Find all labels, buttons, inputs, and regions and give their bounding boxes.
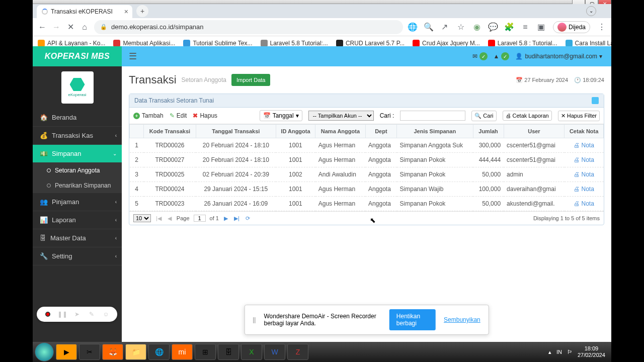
taskbar-firefox[interactable]: 🦊 [102, 344, 123, 360]
bookmark-star-icon[interactable]: ☆ [456, 23, 465, 32]
translate-icon[interactable]: 🌐 [408, 23, 417, 32]
sidebar-item-db[interactable]: 🗄Master Data‹ [33, 229, 122, 247]
table-row[interactable]: 2 TRD00027 20 Februari 2024 - 18:10 1001… [130, 153, 604, 167]
sidebar-item-home[interactable]: 🏠Beranda [33, 109, 122, 127]
clear-filter-button[interactable]: ✕Hapus Filter [558, 111, 600, 121]
start-button[interactable] [35, 342, 54, 361]
sidebar-item-report[interactable]: 📊Laporan‹ [33, 211, 122, 229]
column-header[interactable]: Jenis Simpanan [397, 125, 473, 138]
table-row[interactable]: 1 TRD00026 20 Februari 2024 - 18:10 1001… [130, 138, 604, 153]
record-icon[interactable] [44, 310, 52, 318]
bookmark-item[interactable]: Laravel 5.8 Tutorial:... [261, 40, 328, 47]
column-header[interactable]: Nama Anggota [315, 125, 365, 138]
menu-button[interactable]: ⋮ [597, 23, 606, 32]
next-page[interactable]: ▶ [223, 215, 229, 222]
tray-arrow[interactable]: ▴ [548, 349, 551, 355]
address-bar[interactable]: 🔒 demo.ekoperasi.co.id/simpanan [94, 20, 403, 34]
menu-toggle[interactable]: ☰ [122, 51, 144, 62]
sidebar-item-wrench[interactable]: 🔧Setting‹ [33, 247, 122, 265]
bookmark-item[interactable]: CRUD Laravel 5.7 P... [336, 40, 405, 47]
nota-link[interactable]: 🖨Nota [568, 171, 601, 178]
taskbar-word[interactable]: W [264, 344, 285, 360]
column-header[interactable]: Dept [365, 125, 396, 138]
taskbar-snip[interactable]: ✂ [79, 344, 100, 360]
ext-icon-3[interactable]: ≡ [521, 23, 530, 32]
column-header[interactable]: Jumlah [473, 125, 504, 138]
date-filter[interactable]: 📅Tanggal ▾ [260, 110, 302, 121]
column-header[interactable]: ID Anggota [276, 125, 315, 138]
table-row[interactable]: 3 TRD00025 02 Februari 2024 - 20:39 1002… [130, 167, 604, 182]
stop-reload-button[interactable]: ✕ [66, 23, 75, 32]
ext-icon-2[interactable]: 💬 [489, 23, 498, 32]
pause-icon[interactable]: ❚❚ [58, 310, 66, 318]
sidebar-item-wallet[interactable]: 💰Transaksi Kas‹ [33, 127, 122, 145]
column-header[interactable]: Tanggal Transaksi [196, 125, 276, 138]
taskbar-chrome[interactable]: 🌐 [148, 344, 170, 360]
stop-sharing-button[interactable]: Hentikan berbagi [389, 309, 436, 330]
add-button[interactable]: +Tambah [133, 112, 164, 119]
bookmark-item[interactable]: Cara Install Laravel... [566, 40, 611, 47]
tray-clock[interactable]: 18:09 27/02/2024 [578, 345, 605, 358]
bookmark-item[interactable]: Crud Ajax Jquery M... [413, 40, 480, 47]
brand-logo[interactable]: KOPERASI MBS [33, 46, 122, 66]
back-button[interactable]: ← [38, 23, 47, 32]
bookmark-item[interactable]: Laravel 5.8 : Tutorial... [488, 40, 557, 47]
bookmark-item[interactable]: Membuat Aplikasi... [113, 40, 175, 47]
sidepanel-icon[interactable]: ▣ [537, 23, 546, 32]
bookmark-item[interactable]: API & Layanan - Ko... [38, 40, 105, 47]
person-icon[interactable]: ☺ [102, 310, 110, 318]
import-button[interactable]: Import Data [231, 74, 270, 86]
taskbar-wmp[interactable]: ▶ [56, 344, 77, 360]
share-icon[interactable]: ↗ [440, 23, 449, 32]
account-select[interactable]: -- Tampilkan Akun -- [308, 111, 374, 121]
taskbar-explorer[interactable]: 📁 [125, 344, 146, 360]
forward-button[interactable]: → [52, 23, 61, 32]
mail-icon[interactable]: ✉ [472, 53, 477, 60]
delete-button[interactable]: ✖Hapus [193, 112, 217, 119]
taskbar-mi[interactable]: mi [172, 344, 193, 360]
taskbar-zotero[interactable]: Z [287, 344, 308, 360]
user-menu[interactable]: 👤 budihartantom@gmail.com ▾ [515, 53, 602, 60]
taskbar-app1[interactable]: ⊞ [195, 344, 216, 360]
cursor-icon[interactable]: ➤ [73, 310, 81, 318]
new-tab-button[interactable]: + [136, 5, 148, 17]
taskbar-excel[interactable]: X [241, 344, 262, 360]
sidebar-subitem[interactable]: Penarikan Simpanan [33, 178, 122, 193]
tray-flag-icon[interactable]: 🏳 [567, 349, 573, 355]
hide-sharing-button[interactable]: Sembunyikan [444, 316, 480, 323]
column-header[interactable] [130, 125, 144, 138]
page-size-select[interactable]: 10 [133, 214, 151, 222]
tray-lang[interactable]: IN [556, 349, 562, 355]
page-input[interactable] [194, 215, 206, 222]
table-row[interactable]: 5 TRD00023 26 Januari 2024 - 16:09 1001 … [130, 197, 604, 211]
alert-icon[interactable]: ▲ [494, 53, 500, 60]
profile-button[interactable]: Dijeda [553, 21, 590, 33]
taskbar-app2[interactable]: 🗄 [218, 344, 239, 360]
column-header[interactable]: User [504, 125, 565, 138]
edit-button[interactable]: ✎Edit [170, 112, 187, 119]
tab-close[interactable]: × [124, 8, 128, 16]
refresh-button[interactable]: ⟳ [245, 215, 251, 222]
nota-link[interactable]: 🖨Nota [568, 142, 601, 149]
column-header[interactable]: Kode Transaksi [144, 125, 196, 138]
pen-icon[interactable]: ✎ [88, 310, 96, 318]
print-button[interactable]: 🖨Cetak Laporan [503, 111, 552, 121]
table-row[interactable]: 4 TRD00024 29 Januari 2024 - 15:15 1001 … [130, 182, 604, 197]
sidebar-item-savings[interactable]: 💵Simpanan⌄ [33, 145, 122, 163]
last-page[interactable]: ▶| [233, 215, 240, 222]
nota-link[interactable]: 🖨Nota [568, 186, 601, 193]
tab-list-button[interactable]: ⌄ [586, 6, 596, 16]
column-header[interactable]: Cetak Nota [565, 125, 604, 138]
sidebar-item-loan[interactable]: 👥Pinjaman‹ [33, 193, 122, 211]
bookmark-item[interactable]: Tutorial Sublime Tex... [183, 40, 252, 47]
sidebar-subitem[interactable]: Setoran Anggota [33, 163, 122, 178]
home-button[interactable]: ⌂ [80, 23, 89, 32]
nota-link[interactable]: 🖨Nota [568, 200, 601, 207]
first-page[interactable]: |◀ [155, 215, 163, 222]
prev-page[interactable]: ◀ [167, 215, 173, 222]
panel-collapse-button[interactable] [592, 97, 599, 104]
search-button[interactable]: 🔍Cari [471, 111, 496, 121]
search-input[interactable] [400, 111, 465, 121]
zoom-icon[interactable]: 🔍 [424, 23, 433, 32]
nota-link[interactable]: 🖨Nota [568, 156, 601, 163]
